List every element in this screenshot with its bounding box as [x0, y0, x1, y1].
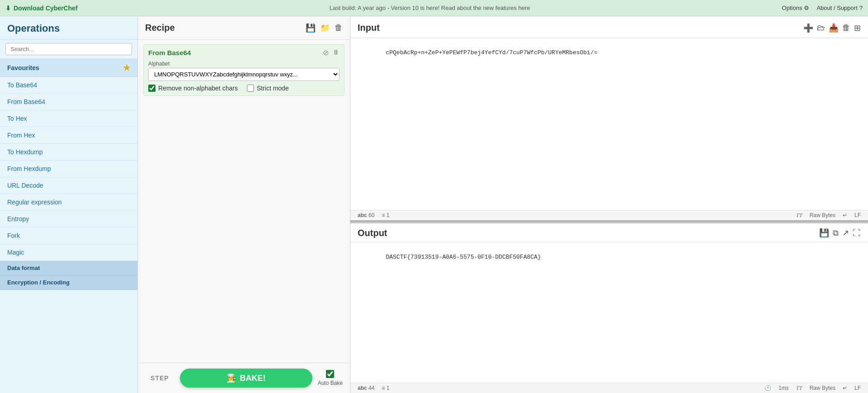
output-header-icons: 💾 ⧉ ↗ ⛶	[819, 228, 861, 238]
sidebar-item-to-hexdump[interactable]: To Hexdump	[0, 144, 137, 161]
output-header: Output 💾 ⧉ ↗ ⛶	[350, 223, 868, 242]
gear-icon: ⚙	[804, 5, 809, 11]
recipe-footer: STEP 👨‍🍳 BAKE! Auto Bake	[138, 363, 350, 393]
output-copy-icon[interactable]: ⧉	[833, 228, 839, 238]
recipe-save-icon[interactable]: 💾	[306, 23, 316, 33]
sidebar-item-to-base64[interactable]: To Base64	[0, 77, 137, 94]
remove-nonalpha-checkbox[interactable]	[148, 85, 156, 92]
step-button[interactable]: STEP	[145, 371, 175, 385]
input-section: Input ➕ 🗁 📥 🗑 ⊞ cPQebAcRp+n+ZeP+YePEWfP7…	[350, 16, 868, 221]
strict-mode-checkbox[interactable]	[247, 85, 254, 92]
download-label: Download CyberChef	[14, 5, 78, 12]
output-font-icon[interactable]: 𝑇𝑇	[796, 385, 802, 391]
input-line-count: ≡ 1	[382, 212, 389, 218]
alphabet-label: Alphabet	[148, 61, 340, 67]
search-input[interactable]	[5, 43, 132, 55]
output-format-label[interactable]: Raw Bytes	[810, 385, 835, 391]
output-status-bar: abc 44 ≡ 1 🕐 1ms 𝑇𝑇 Raw Bytes ↵ LF	[350, 383, 868, 393]
remove-nonalpha-checkbox-label[interactable]: Remove non-alphabet chars	[148, 85, 238, 92]
input-char-count: abc 60	[358, 212, 374, 218]
sidebar-header: Operations	[0, 16, 137, 39]
bake-label: BAKE!	[240, 374, 266, 383]
output-time-icon: 🕐	[764, 385, 771, 391]
recipe-op-checkboxes: Remove non-alphabet chars Strict mode	[148, 85, 340, 92]
auto-bake-wrap: Auto Bake	[318, 370, 343, 386]
input-status-right: 𝑇𝑇 Raw Bytes ↵ LF	[796, 212, 861, 218]
sidebar-item-from-base64[interactable]: From Base64	[0, 94, 137, 110]
build-info: Last build: A year ago - Version 10 is h…	[330, 5, 530, 11]
input-lf-icon: ↵	[843, 212, 847, 218]
sidebar-item-magic[interactable]: Magic	[0, 244, 137, 261]
output-line-count: ≡ 1	[382, 385, 389, 391]
input-add-icon[interactable]: ➕	[803, 23, 813, 33]
options-label: Options	[782, 5, 802, 11]
sidebar-item-entropy[interactable]: Entropy	[0, 211, 137, 227]
input-header: Input ➕ 🗁 📥 🗑 ⊞	[350, 16, 868, 38]
input-content[interactable]: cPQebAcRp+n+ZeP+YePEWfP7bej4YefCYd/7cuP7…	[350, 38, 868, 210]
sidebar: Operations Favourites ★ To Base64 From B…	[0, 16, 138, 393]
input-open-icon[interactable]: 🗁	[817, 23, 825, 33]
question-icon: ?	[859, 5, 863, 11]
sidebar-category-encryption-encoding: Encryption / Encoding	[0, 275, 137, 290]
output-save-icon[interactable]: 💾	[819, 228, 829, 238]
favourites-star-icon: ★	[123, 63, 130, 73]
output-content[interactable]: DASCTF{73913519-A0A6-5575-0F10-DDCBF50FA…	[350, 242, 868, 383]
output-fullscreen-icon[interactable]: ⛶	[853, 228, 861, 238]
recipe-title: Recipe	[145, 23, 175, 33]
sidebar-item-url-decode[interactable]: URL Decode	[0, 177, 137, 194]
input-status-left: abc 60 ≡ 1	[358, 212, 389, 218]
output-lf-label: LF	[854, 385, 861, 391]
input-format-label[interactable]: Raw Bytes	[810, 212, 835, 218]
input-header-icons: ➕ 🗁 📥 🗑 ⊞	[803, 23, 861, 33]
recipe-op-disable-icon[interactable]: ⊘	[323, 48, 329, 57]
about-label: About / Support	[816, 5, 857, 11]
bake-button[interactable]: 👨‍🍳 BAKE!	[180, 369, 312, 388]
favourites-label: Favourites	[7, 64, 39, 71]
remove-nonalpha-label: Remove non-alphabet chars	[158, 85, 238, 92]
sidebar-item-to-hex[interactable]: To Hex	[0, 110, 137, 127]
input-value: cPQebAcRp+n+ZeP+YePEWfP7bej4YefCYd/7cuP7…	[386, 49, 597, 56]
recipe-empty-area	[138, 100, 350, 363]
options-button[interactable]: Options ⚙	[782, 5, 810, 11]
output-value: DASCTF{73913519-A0A6-5575-0F10-DDCBF50FA…	[386, 254, 541, 260]
output-status-left: abc 44 ≡ 1	[358, 385, 389, 391]
input-font-icon[interactable]: 𝑇𝑇	[796, 212, 802, 218]
auto-bake-label: Auto Bake	[318, 380, 343, 386]
recipe-op-pause-icon[interactable]: ⏸	[332, 48, 340, 57]
sidebar-item-from-hex[interactable]: From Hex	[0, 127, 137, 144]
download-cyberchef[interactable]: ⬇ Download CyberChef	[5, 5, 78, 12]
strict-mode-checkbox-label[interactable]: Strict mode	[247, 85, 289, 92]
input-paste-icon[interactable]: 📥	[829, 23, 839, 33]
sidebar-item-from-hexdump[interactable]: From Hexdump	[0, 161, 137, 177]
recipe-op-controls: ⊘ ⏸	[323, 48, 340, 57]
recipe-panel: Recipe 💾 📁 🗑 From Base64 ⊘ ⏸ Alphabet LM…	[138, 16, 350, 393]
input-clear-icon[interactable]: 🗑	[842, 23, 850, 33]
output-status-right: 🕐 1ms 𝑇𝑇 Raw Bytes ↵ LF	[764, 385, 861, 391]
bake-icon: 👨‍🍳	[226, 373, 236, 383]
about-support-button[interactable]: About / Support ?	[816, 5, 863, 11]
recipe-op-header: From Base64 ⊘ ⏸	[148, 48, 340, 57]
main-layout: Operations Favourites ★ To Base64 From B…	[0, 16, 868, 393]
sidebar-search-area	[0, 39, 137, 59]
recipe-header-icons: 💾 📁 🗑	[306, 23, 343, 33]
output-time-label: 1ms	[778, 385, 789, 391]
sidebar-item-regular-expression[interactable]: Regular expression	[0, 194, 137, 211]
sidebar-item-fork[interactable]: Fork	[0, 227, 137, 244]
auto-bake-checkbox[interactable]	[326, 370, 334, 378]
recipe-header: Recipe 💾 📁 🗑	[138, 16, 350, 40]
recipe-open-icon[interactable]: 📁	[320, 23, 330, 33]
input-grid-icon[interactable]: ⊞	[854, 23, 861, 33]
input-title: Input	[358, 23, 380, 33]
alphabet-select[interactable]: LMNOPQRSTUVWXYZabcdefghijklmnopqrstuv wx…	[148, 68, 340, 81]
input-status-bar: abc 60 ≡ 1 𝑇𝑇 Raw Bytes ↵ LF	[350, 210, 868, 221]
output-char-count: abc 44	[358, 385, 374, 391]
recipe-trash-icon[interactable]: 🗑	[335, 23, 343, 33]
top-bar: ⬇ Download CyberChef Last build: A year …	[0, 0, 868, 16]
output-title: Output	[358, 228, 387, 238]
output-newwindow-icon[interactable]: ↗	[842, 228, 849, 238]
sidebar-section-favourites: Favourites ★	[0, 59, 137, 77]
output-section: Output 💾 ⧉ ↗ ⛶ DASCTF{73913519-A0A6-5575…	[350, 221, 868, 393]
input-lf-label: LF	[854, 212, 861, 218]
io-panel: Input ➕ 🗁 📥 🗑 ⊞ cPQebAcRp+n+ZeP+YePEWfP7…	[350, 16, 868, 393]
strict-mode-label: Strict mode	[257, 85, 289, 92]
